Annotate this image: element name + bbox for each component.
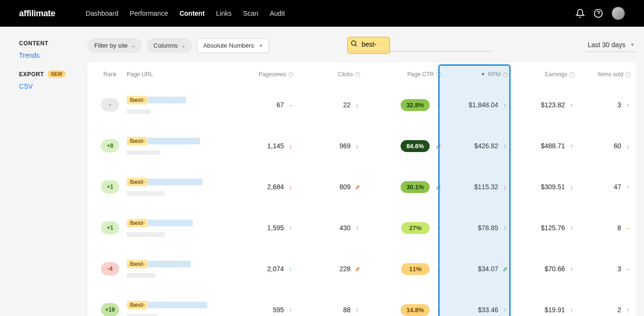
table-row[interactable]: +1 /best- 2,684 ↓ 809 ⬈ 30.1% ⬈ $115.32 … [88,166,636,207]
col-page-ctr[interactable]: Page CTR [360,71,441,78]
url-placeholder-bar [127,273,155,278]
ctr-pill: 84.6% [401,140,430,152]
pageviews-cell: 2,074 ↑ [227,265,293,273]
sort-desc-icon: ▼ [481,72,485,77]
table-row[interactable]: +19 /best- 595 ↑ 88 ↑ 14.8% ↑ $33.46 ↑ $… [88,289,636,316]
search-input[interactable] [362,41,493,48]
clicks-cell: 430 ↑ [293,224,360,232]
nav-audit[interactable]: Audit [270,10,285,17]
url-placeholder-bar [148,97,186,103]
url-chip: /best- [127,96,148,104]
nav-performance[interactable]: Performance [130,10,168,17]
clicks-cell: 809 ⬈ [293,183,360,191]
rpm-cell: $115.32 ↓ [441,183,508,191]
url-chip: /best- [127,260,148,268]
url-placeholder-bar [127,109,151,114]
items-sold-cell: 8 – [574,224,631,232]
col-rank[interactable]: Rank [93,71,127,78]
page-url-cell: /best- [127,178,227,196]
col-items-sold[interactable]: Items sold [574,71,631,78]
sidebar-link-trends[interactable]: Trends [19,51,88,59]
bell-icon[interactable] [575,9,585,18]
ctr-cell: 14.8% ↑ [360,304,441,316]
main-nav: Dashboard Performance Content Links Scan… [86,10,285,17]
url-placeholder-bar [127,150,160,155]
col-page-url[interactable]: Page URL [127,71,227,78]
sidebar-heading-content: CONTENT [19,40,88,47]
ctr-pill: 14.8% [401,304,430,316]
info-icon [503,72,508,77]
nav-content[interactable]: Content [180,10,205,17]
display-mode-select[interactable]: Absolute Numbers ▼ [197,38,269,53]
brand-logo: affilimate [19,9,55,19]
pageviews-cell: 1,145 ↓ [227,142,293,150]
info-icon [625,72,631,77]
ctr-pill: 11% [401,263,430,275]
url-chip: /best- [127,301,148,309]
col-rpm[interactable]: ▼RPM [441,71,508,78]
table-header: Rank Page URL Pageviews Clicks Page CTR … [88,62,636,84]
ctr-pill: 27% [401,222,430,234]
date-range-label: Last 30 days [588,41,625,49]
table-row[interactable]: -4 /best- 2,074 ↑ 228 ⬈ 11% ↓ $34.07 ⬈ $… [88,248,636,289]
columns-button[interactable]: Columns ⌄ [147,38,192,53]
url-chip: /best- [127,137,148,145]
col-pageviews[interactable]: Pageviews [227,71,293,78]
earnings-cell: $19.91 ↑ [508,306,574,314]
top-navigation: affilimate Dashboard Performance Content… [0,0,644,27]
ctr-cell: 11% ↓ [360,263,441,275]
rpm-cell: $426.82 ↑ [441,142,508,150]
pageviews-cell: 67 – [227,101,293,109]
page-url-cell: /best- [127,96,227,114]
url-chip: /best- [127,219,148,227]
nav-dashboard[interactable]: Dashboard [86,10,119,17]
filter-by-site-button[interactable]: Filter by site ⌄ [88,38,142,53]
pageviews-cell: 1,595 ↑ [227,224,293,232]
clicks-cell: 22 ↓ [293,101,360,109]
table-body: - /best- 67 – 22 ↓ 32.8% ↓ $1,848.04 ↑ $… [88,84,636,316]
chevron-down-icon: ⌄ [131,43,135,48]
sidebar-link-csv[interactable]: CSV [19,82,88,90]
table-row[interactable]: - /best- 67 – 22 ↓ 32.8% ↓ $1,848.04 ↑ $… [88,84,636,125]
ctr-cell: 32.8% ↓ [360,99,441,111]
col-earnings[interactable]: Earnings [508,71,574,78]
clicks-cell: 228 ⬈ [293,265,360,273]
rpm-cell: $34.07 ⬈ [441,265,508,273]
ctr-pill: 30.1% [401,181,430,193]
rpm-cell: $78.85 ↑ [441,224,508,232]
url-placeholder-bar [148,179,202,185]
caret-down-icon: ▼ [630,42,634,47]
table-row[interactable]: +1 /best- 1,595 ↑ 430 ↑ 27% ↑ $78.85 ↑ $… [88,207,636,248]
url-placeholder-bar [127,314,158,316]
items-sold-cell: 2 ↑ [574,306,631,314]
info-icon [355,72,360,77]
table-row[interactable]: +8 /best- 1,145 ↓ 969 ↓ 84.6% ⬈ $426.82 … [88,125,636,166]
rpm-cell: $1,848.04 ↑ [441,101,508,109]
svg-point-2 [352,41,356,45]
help-icon[interactable] [594,9,603,18]
rank-badge: +19 [101,303,119,316]
nav-scan[interactable]: Scan [243,10,258,17]
page-url-cell: /best- [127,137,227,155]
content-table: Rank Page URL Pageviews Clicks Page CTR … [88,62,636,316]
avatar[interactable] [612,7,625,20]
url-placeholder-bar [127,232,165,237]
info-icon [569,72,574,77]
ctr-cell: 84.6% ⬈ [360,140,441,152]
nav-links[interactable]: Links [216,10,232,17]
new-badge: NEW [48,71,65,78]
page-url-cell: /best- [127,219,227,237]
rank-badge: +8 [101,139,119,153]
page-url-cell: /best- [127,260,227,278]
url-placeholder-bar [148,302,207,308]
url-chip: /best- [127,178,148,186]
clicks-cell: 88 ↑ [293,306,360,314]
display-mode-label: Absolute Numbers [203,42,254,49]
rank-badge: -4 [101,262,119,275]
main-content: Filter by site ⌄ Columns ⌄ Absolute Numb… [88,27,644,316]
chevron-down-icon: ⌄ [181,43,185,48]
date-range-select[interactable]: Last 30 days ▼ [586,39,636,52]
items-sold-cell: 60 ↓ [574,142,631,150]
search-wrapper [350,40,493,51]
col-clicks[interactable]: Clicks [293,71,360,78]
